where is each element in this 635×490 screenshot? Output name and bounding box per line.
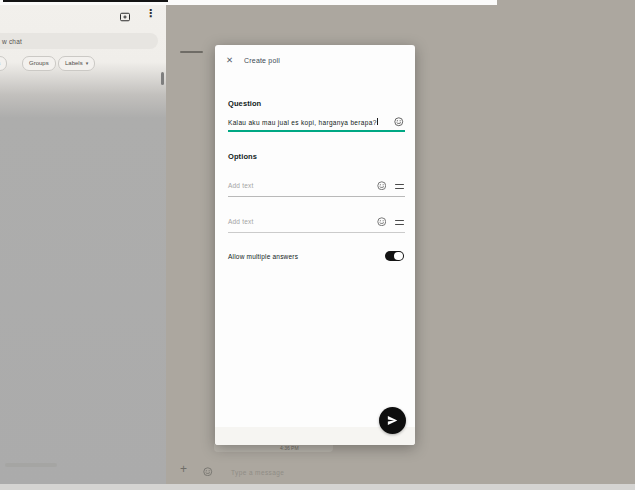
menu-kebab-icon[interactable]: ⋮: [145, 8, 156, 19]
allow-multiple-label: Allow multiple answers: [228, 253, 298, 260]
emoji-icon[interactable]: [377, 217, 387, 227]
filter-chip-favourites[interactable]: rites: [0, 56, 7, 71]
question-label: Question: [228, 99, 261, 108]
search-input[interactable]: [0, 33, 158, 49]
new-chat-button[interactable]: [118, 10, 131, 23]
close-icon[interactable]: ✕: [226, 56, 233, 65]
window-bottom-strip: [0, 484, 635, 490]
window-top-border: [3, 0, 168, 2]
toggle-knob: [394, 252, 403, 261]
filter-chip-label: Labels: [65, 60, 83, 66]
composer-emoji-icon[interactable]: [203, 467, 213, 477]
filter-chip-labels[interactable]: Labels▾: [58, 56, 95, 71]
send-poll-button[interactable]: [379, 407, 406, 434]
options-label: Options: [228, 152, 257, 161]
modal-title: Create poll: [244, 57, 280, 64]
allow-multiple-toggle[interactable]: [385, 251, 404, 262]
message-bubble: [214, 444, 333, 452]
emoji-icon[interactable]: [377, 181, 387, 191]
question-input[interactable]: Kalau aku mau jual es kopi, harganya ber…: [228, 118, 378, 126]
send-icon: [386, 414, 399, 427]
drag-handle-icon[interactable]: [395, 220, 404, 227]
text-cursor: [377, 118, 378, 126]
chevron-down-icon: ▾: [86, 60, 89, 66]
create-poll-modal: ✕ Create poll Question Kalau aku mau jua…: [215, 45, 415, 445]
whatsapp-web-screen: { "sidebar": { "search_value": "w chat",…: [0, 0, 635, 490]
emoji-icon[interactable]: [394, 117, 404, 127]
option-underline: [228, 232, 405, 233]
message-timestamp: 4:36 PM: [280, 445, 299, 451]
poll-option-input[interactable]: Add text: [228, 218, 253, 225]
question-underline-accent: [228, 130, 405, 132]
poll-option-input[interactable]: Add text: [228, 182, 253, 189]
filter-chip-label: Groups: [29, 60, 49, 66]
option-underline: [228, 196, 405, 197]
new-chat-icon: [119, 11, 131, 23]
message-input-placeholder[interactable]: Type a message: [231, 469, 284, 476]
drag-handle-icon[interactable]: [395, 184, 404, 191]
sidebar-footer-text-dimmed: [5, 463, 57, 467]
sidebar: ⋮ w chat rites Groups Labels▾: [0, 0, 166, 484]
sidebar-scrollbar-thumb[interactable]: [161, 72, 164, 85]
attach-plus-icon[interactable]: +: [180, 463, 187, 475]
chat-dimmed-element: [180, 51, 203, 53]
search-input-text: w chat: [2, 38, 22, 45]
question-input-value: Kalau aku mau jual es kopi, harganya ber…: [228, 118, 377, 125]
filter-chip-groups[interactable]: Groups: [22, 56, 56, 71]
